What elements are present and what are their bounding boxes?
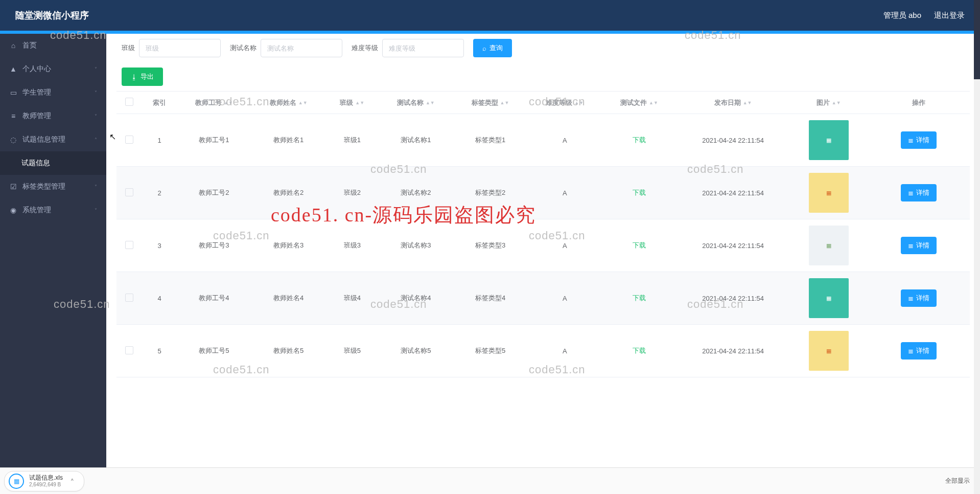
filter-testname: 测试名称 bbox=[230, 39, 342, 57]
list-icon: ≣ bbox=[908, 295, 914, 302]
cell-tid: 教师工号3 bbox=[177, 219, 251, 272]
row-checkbox[interactable] bbox=[125, 294, 133, 302]
export-button[interactable]: ⭳ 导出 bbox=[122, 68, 163, 86]
download-link[interactable]: 下载 bbox=[633, 136, 646, 144]
filter-difficulty-input[interactable] bbox=[382, 39, 464, 57]
cell-tid: 教师工号1 bbox=[177, 114, 251, 167]
cell-diff: A bbox=[527, 219, 602, 272]
current-user[interactable]: 管理员 abo bbox=[883, 11, 921, 20]
table-row: 1 教师工号1 教师姓名1 班级1 测试名称1 标签类型1 A 下载 2021-… bbox=[116, 114, 970, 167]
thumbnail-image[interactable]: ▦ bbox=[809, 120, 849, 160]
sidebar-item-label: 教师管理 bbox=[22, 111, 51, 121]
sort-icon: ▲▼ bbox=[574, 101, 584, 104]
sidebar-item-3[interactable]: ≡教师管理˅ bbox=[0, 104, 106, 128]
vertical-scrollbar[interactable] bbox=[974, 0, 980, 494]
col-index[interactable]: 索引 bbox=[142, 92, 177, 114]
table-row: 3 教师工号3 教师姓名3 班级3 测试名称3 标签类型3 A 下载 2021-… bbox=[116, 219, 970, 272]
cell-class: 班级2 bbox=[325, 167, 379, 219]
download-link[interactable]: 下载 bbox=[633, 347, 646, 354]
chevron-down-icon: ˅ bbox=[95, 66, 97, 72]
file-icon: ▦ bbox=[9, 474, 24, 489]
list-icon: ≣ bbox=[908, 137, 914, 144]
filter-class-label: 班级 bbox=[122, 43, 135, 53]
col-class[interactable]: 班级▲▼ bbox=[325, 92, 379, 114]
cell-class: 班级3 bbox=[325, 219, 379, 272]
show-all-downloads[interactable]: 全部显示 bbox=[945, 477, 970, 485]
col-diff[interactable]: 难度等级▲▼ bbox=[527, 92, 602, 114]
sidebar-item-label: 学生管理 bbox=[22, 88, 51, 97]
cell-tname: 教师姓名4 bbox=[251, 272, 326, 325]
row-checkbox[interactable] bbox=[125, 241, 133, 249]
row-checkbox[interactable] bbox=[125, 188, 133, 196]
sidebar-item-label: 标签类型管理 bbox=[22, 182, 65, 191]
table-header-row: 索引 教师工号▲▼ 教师姓名▲▼ 班级▲▼ 测试名称▲▼ 标签类型▲▼ 难度等级… bbox=[116, 92, 970, 114]
cell-tid: 教师工号4 bbox=[177, 272, 251, 325]
thumbnail-image[interactable]: ▦ bbox=[809, 278, 849, 318]
select-all-checkbox[interactable] bbox=[125, 98, 133, 106]
cell-tagtype: 标签类型4 bbox=[453, 272, 528, 325]
sidebar-item-0[interactable]: ⌂首页 bbox=[0, 34, 106, 57]
sidebar-item-2[interactable]: ▭学生管理˅ bbox=[0, 81, 106, 104]
sidebar-item-5[interactable]: ☑标签类型管理˅ bbox=[0, 175, 106, 198]
col-testname[interactable]: 测试名称▲▼ bbox=[379, 92, 453, 114]
sidebar-subitem[interactable]: 试题信息 bbox=[0, 151, 106, 175]
download-link[interactable]: 下载 bbox=[633, 241, 646, 249]
col-tagtype[interactable]: 标签类型▲▼ bbox=[453, 92, 528, 114]
search-button[interactable]: ⌕ 查询 bbox=[473, 39, 512, 57]
cell-testname: 测试名称5 bbox=[379, 325, 453, 377]
chevron-down-icon: ˅ bbox=[95, 114, 97, 119]
table-row: 2 教师工号2 教师姓名2 班级2 测试名称2 标签类型2 A 下载 2021-… bbox=[116, 167, 970, 219]
thumbnail-image[interactable]: ▦ bbox=[809, 226, 849, 265]
detail-button[interactable]: ≣ 详情 bbox=[901, 342, 937, 360]
download-link[interactable]: 下载 bbox=[633, 189, 646, 196]
row-checkbox[interactable] bbox=[125, 346, 133, 354]
cell-date: 2021-04-24 22:11:54 bbox=[676, 167, 790, 219]
detail-button[interactable]: ≣ 详情 bbox=[901, 184, 937, 201]
cell-date: 2021-04-24 22:11:54 bbox=[676, 272, 790, 325]
sort-icon: ▲▼ bbox=[649, 101, 658, 104]
col-file[interactable]: 测试文件▲▼ bbox=[602, 92, 676, 114]
sidebar-item-label: 首页 bbox=[22, 41, 37, 50]
content-area: 班级 测试名称 难度等级 ⌕ 查询 ⭳ 导出 bbox=[106, 34, 980, 467]
thumbnail-image[interactable]: ▦ bbox=[809, 331, 849, 371]
sidebar-item-4[interactable]: ◌试题信息管理˄ bbox=[0, 128, 106, 151]
export-bar: ⭳ 导出 bbox=[116, 62, 970, 91]
cell-class: 班级1 bbox=[325, 114, 379, 167]
sidebar: ⌂首页▲个人中心˅▭学生管理˅≡教师管理˅◌试题信息管理˄试题信息☑标签类型管理… bbox=[0, 34, 106, 467]
cell-tname: 教师姓名2 bbox=[251, 167, 326, 219]
cell-tid: 教师工号2 bbox=[177, 167, 251, 219]
cell-index: 5 bbox=[142, 325, 177, 377]
chevron-up-icon[interactable]: ^ bbox=[71, 478, 74, 484]
detail-button[interactable]: ≣ 详情 bbox=[901, 289, 937, 307]
cell-index: 1 bbox=[142, 114, 177, 167]
sidebar-item-1[interactable]: ▲个人中心˅ bbox=[0, 57, 106, 81]
sort-icon: ▲▼ bbox=[355, 101, 364, 104]
cell-date: 2021-04-24 22:11:54 bbox=[676, 114, 790, 167]
filter-class: 班级 bbox=[122, 39, 221, 57]
col-date[interactable]: 发布日期▲▼ bbox=[676, 92, 790, 114]
filter-class-input[interactable] bbox=[139, 39, 221, 57]
cell-index: 4 bbox=[142, 272, 177, 325]
col-op: 操作 bbox=[868, 92, 970, 114]
logout-link[interactable]: 退出登录 bbox=[934, 11, 965, 20]
menu-icon: ≡ bbox=[9, 112, 17, 120]
cell-testname: 测试名称1 bbox=[379, 114, 453, 167]
cell-date: 2021-04-24 22:11:54 bbox=[676, 325, 790, 377]
menu-icon: ◉ bbox=[9, 206, 17, 214]
col-tname[interactable]: 教师姓名▲▼ bbox=[251, 92, 326, 114]
col-img[interactable]: 图片▲▼ bbox=[789, 92, 868, 114]
filter-testname-input[interactable] bbox=[261, 39, 342, 57]
cell-tid: 教师工号5 bbox=[177, 325, 251, 377]
download-chip[interactable]: ▦ 试题信息.xls 2,649/2,649 B ^ bbox=[4, 471, 84, 491]
thumbnail-image[interactable]: ▦ bbox=[809, 173, 849, 213]
download-link[interactable]: 下载 bbox=[633, 294, 646, 302]
scrollbar-thumb[interactable] bbox=[974, 0, 980, 79]
topbar-right: 管理员 abo 退出登录 bbox=[883, 11, 965, 20]
col-tid[interactable]: 教师工号▲▼ bbox=[177, 92, 251, 114]
cell-index: 3 bbox=[142, 219, 177, 272]
row-checkbox[interactable] bbox=[125, 136, 133, 144]
detail-button[interactable]: ≣ 详情 bbox=[901, 237, 937, 254]
cell-tagtype: 标签类型2 bbox=[453, 167, 528, 219]
detail-button[interactable]: ≣ 详情 bbox=[901, 131, 937, 149]
sidebar-item-6[interactable]: ◉系统管理˅ bbox=[0, 198, 106, 222]
